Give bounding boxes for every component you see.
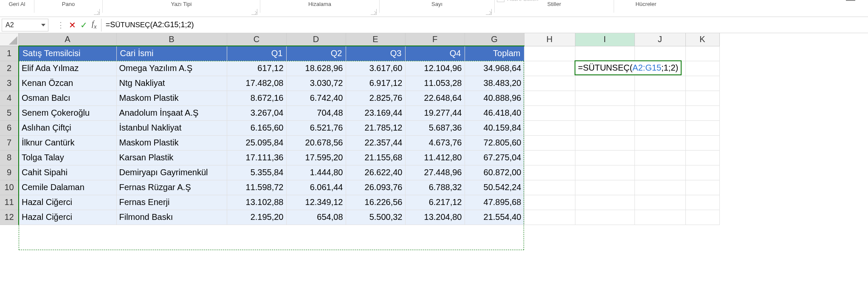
spreadsheet[interactable]: ABCDEFGHIJK 1 Satış Temsilcisi Cari İsmi… xyxy=(0,33,868,225)
cell-A5[interactable]: Senem Çokeroğlu xyxy=(19,105,116,120)
cell-H2[interactable] xyxy=(524,61,575,76)
cell-J11[interactable] xyxy=(634,195,685,210)
cell-F7[interactable]: 4.673,76 xyxy=(405,135,465,150)
cell-A7[interactable]: İlknur Cantürk xyxy=(19,135,116,150)
cell-F5[interactable]: 19.277,44 xyxy=(405,105,465,120)
row-header-11[interactable]: 11 xyxy=(0,195,19,210)
font-dialog-launcher-icon[interactable] xyxy=(251,9,257,15)
cell-B5[interactable]: Anadolum İnşaat A.Ş xyxy=(116,105,227,120)
cell-I1[interactable] xyxy=(575,46,634,61)
cell-J9[interactable] xyxy=(634,165,685,180)
cell-K9[interactable] xyxy=(685,165,719,180)
cell-H11[interactable] xyxy=(524,195,575,210)
cell-E10[interactable]: 26.093,76 xyxy=(346,180,405,195)
cell-B12[interactable]: Filmond Baskı xyxy=(116,210,227,225)
cell-C5[interactable]: 3.267,04 xyxy=(227,105,286,120)
cell-E7[interactable]: 22.357,44 xyxy=(346,135,405,150)
clipboard-dialog-launcher-icon[interactable] xyxy=(94,9,100,15)
number-dialog-launcher-icon[interactable] xyxy=(486,9,492,15)
cell-D6[interactable]: 6.521,76 xyxy=(286,120,346,135)
column-header-E[interactable]: E xyxy=(346,33,405,46)
cell-K10[interactable] xyxy=(685,180,719,195)
cell-D11[interactable]: 12.349,12 xyxy=(286,195,346,210)
cell-K8[interactable] xyxy=(685,150,719,165)
cell-G12[interactable]: 21.554,40 xyxy=(465,210,524,225)
active-formula-cell[interactable]: =SÜTUNSEÇ(A2:G15;1;2) xyxy=(575,60,682,75)
cell-E2[interactable]: 3.617,60 xyxy=(346,61,405,76)
cell-A8[interactable]: Tolga Talay xyxy=(19,150,116,165)
cell-I9[interactable] xyxy=(575,165,634,180)
cell-F12[interactable]: 13.204,80 xyxy=(405,210,465,225)
cell-I4[interactable] xyxy=(575,91,634,105)
cell-I5[interactable] xyxy=(575,105,634,120)
table-header-q3[interactable]: Q3 xyxy=(346,46,405,61)
cell-G8[interactable]: 67.275,04 xyxy=(465,150,524,165)
fx-icon[interactable]: fx xyxy=(92,20,97,30)
table-header-sales-rep[interactable]: Satış Temsilcisi xyxy=(19,46,116,61)
cell-K4[interactable] xyxy=(685,91,719,105)
select-all-triangle[interactable] xyxy=(0,33,19,46)
cell-I7[interactable] xyxy=(575,135,634,150)
cell-E9[interactable]: 26.622,40 xyxy=(346,165,405,180)
cell-K5[interactable] xyxy=(685,105,719,120)
cell-G10[interactable]: 50.542,24 xyxy=(465,180,524,195)
cell-I12[interactable] xyxy=(575,210,634,225)
cell-G7[interactable]: 72.805,60 xyxy=(465,135,524,150)
row-header-2[interactable]: 2 xyxy=(0,61,19,76)
table-header-q1[interactable]: Q1 xyxy=(227,46,286,61)
cell-B8[interactable]: Karsan Plastik xyxy=(116,150,227,165)
cell-J1[interactable] xyxy=(634,46,685,61)
formula-bar-input[interactable]: =SÜTUNSEÇ(A2:G15;1;2) xyxy=(101,19,868,31)
cell-B7[interactable]: Maskom Plastik xyxy=(116,135,227,150)
cell-G11[interactable]: 47.895,68 xyxy=(465,195,524,210)
cell-G3[interactable]: 38.483,20 xyxy=(465,76,524,91)
chevron-down-icon[interactable] xyxy=(41,24,45,26)
cell-F8[interactable]: 11.412,80 xyxy=(405,150,465,165)
row-header-4[interactable]: 4 xyxy=(0,91,19,105)
alignment-dialog-launcher-icon[interactable] xyxy=(371,9,377,15)
cell-B11[interactable]: Fernas Enerji xyxy=(116,195,227,210)
cell-G6[interactable]: 40.159,84 xyxy=(465,120,524,135)
cell-K2[interactable] xyxy=(685,61,719,76)
cell-K12[interactable] xyxy=(685,210,719,225)
cell-B10[interactable]: Fernas Rüzgar A.Ş xyxy=(116,180,227,195)
cell-K7[interactable] xyxy=(685,135,719,150)
column-header-B[interactable]: B xyxy=(116,33,227,46)
cell-C4[interactable]: 8.672,16 xyxy=(227,91,286,105)
cell-A3[interactable]: Kenan Özcan xyxy=(19,76,116,91)
table-header-customer[interactable]: Cari İsmi xyxy=(116,46,227,61)
name-box[interactable]: A2 xyxy=(2,19,48,31)
cell-I8[interactable] xyxy=(575,150,634,165)
cell-A11[interactable]: Hazal Ciğerci xyxy=(19,195,116,210)
cell-G2[interactable]: 34.968,64 xyxy=(465,61,524,76)
cell-C9[interactable]: 5.355,84 xyxy=(227,165,286,180)
cell-H8[interactable] xyxy=(524,150,575,165)
cell-D10[interactable]: 6.061,44 xyxy=(286,180,346,195)
cell-H6[interactable] xyxy=(524,120,575,135)
cell-C7[interactable]: 25.095,84 xyxy=(227,135,286,150)
column-header-A[interactable]: A xyxy=(19,33,116,46)
cell-G5[interactable]: 46.418,40 xyxy=(465,105,524,120)
cell-B3[interactable]: Ntg Nakliyat xyxy=(116,76,227,91)
enter-icon[interactable]: ✓ xyxy=(80,20,87,30)
cell-D12[interactable]: 654,08 xyxy=(286,210,346,225)
cell-I11[interactable] xyxy=(575,195,634,210)
cell-D4[interactable]: 6.742,40 xyxy=(286,91,346,105)
cell-K11[interactable] xyxy=(685,195,719,210)
table-header-total[interactable]: Toplam xyxy=(465,46,524,61)
cell-H4[interactable] xyxy=(524,91,575,105)
cancel-icon[interactable]: ✕ xyxy=(69,20,76,30)
row-header-12[interactable]: 12 xyxy=(0,210,19,225)
cell-B6[interactable]: İstanbul Nakliyat xyxy=(116,120,227,135)
cell-D5[interactable]: 704,48 xyxy=(286,105,346,120)
cell-I6[interactable] xyxy=(575,120,634,135)
cell-B2[interactable]: Omega Yazılım A.Ş xyxy=(116,61,227,76)
cell-G4[interactable]: 40.888,96 xyxy=(465,91,524,105)
cell-H1[interactable] xyxy=(524,46,575,61)
cell-A12[interactable]: Hazal Ciğerci xyxy=(19,210,116,225)
table-header-q4[interactable]: Q4 xyxy=(405,46,465,61)
column-header-K[interactable]: K xyxy=(685,33,719,46)
cell-H7[interactable] xyxy=(524,135,575,150)
row-header-6[interactable]: 6 xyxy=(0,120,19,135)
column-header-I[interactable]: I xyxy=(575,33,634,46)
